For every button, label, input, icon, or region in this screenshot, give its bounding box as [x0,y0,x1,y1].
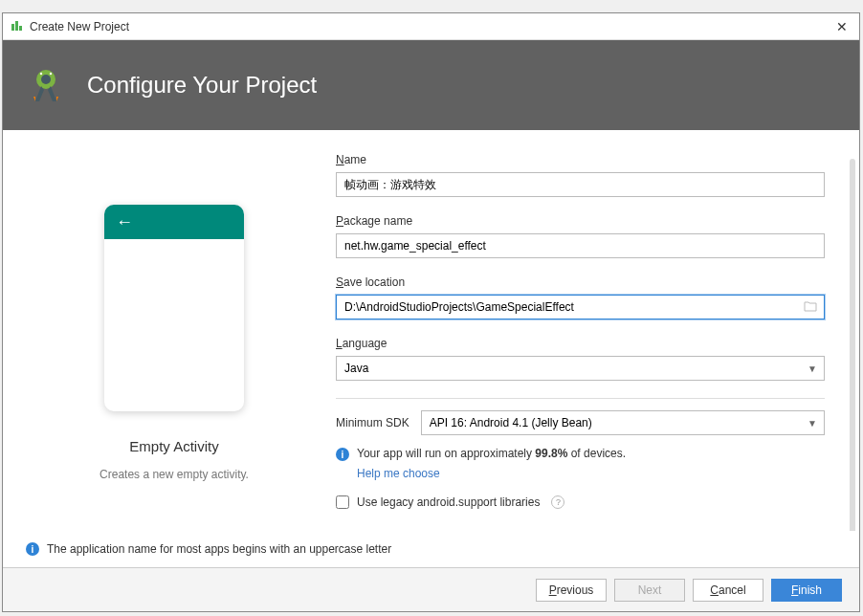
min-sdk-label: Minimum SDK [336,416,409,429]
min-sdk-select[interactable] [421,410,825,435]
help-me-choose-link[interactable]: Help me choose [357,467,440,480]
save-location-label: Save location [336,275,825,289]
template-preview-panel: ← Empty Activity Creates a new empty act… [26,153,322,531]
language-select[interactable] [336,356,825,381]
browse-folder-icon[interactable] [804,299,817,315]
legacy-libraries-checkbox[interactable] [336,495,349,509]
finish-button[interactable]: Finish [771,579,842,602]
save-location-input[interactable] [336,295,825,319]
footer: Previous Next Cancel Finish [3,567,859,611]
close-icon[interactable]: ✕ [836,19,848,34]
svg-point-5 [40,73,42,75]
legacy-libraries-label: Use legacy android.support libraries [357,495,540,509]
svg-rect-1 [15,21,18,31]
device-coverage-text: Your app will run on approximately 99.8%… [357,447,626,460]
svg-rect-0 [11,24,14,31]
svg-point-4 [41,75,51,84]
name-input[interactable] [336,172,825,197]
package-input[interactable] [336,233,825,258]
cancel-button[interactable]: Cancel [693,579,763,602]
next-button: Next [614,579,685,602]
page-title: Configure Your Project [87,72,317,99]
phone-mockup: ← [104,205,244,411]
header: Configure Your Project [3,40,859,130]
validation-message: i The application name for most apps beg… [3,531,859,567]
divider [336,398,825,399]
language-label: Language [336,337,825,350]
previous-button[interactable]: Previous [536,579,607,602]
android-studio-logo-icon [26,65,66,105]
svg-rect-2 [19,26,22,31]
svg-point-6 [50,73,52,75]
scrollbar[interactable] [850,159,855,531]
info-icon: i [336,448,349,461]
back-arrow-icon: ← [116,212,133,232]
form-panel: Name Package name Save location [322,153,836,531]
name-label: Name [336,153,825,166]
help-icon[interactable]: ? [551,495,564,509]
phone-statusbar: ← [104,205,244,239]
template-description: Creates a new empty activity. [100,468,249,481]
info-icon: i [26,542,39,556]
android-studio-icon [11,18,24,34]
titlebar: Create New Project ✕ [3,13,859,40]
template-name: Empty Activity [129,438,218,454]
window-title: Create New Project [30,20,129,33]
package-label: Package name [336,214,825,228]
